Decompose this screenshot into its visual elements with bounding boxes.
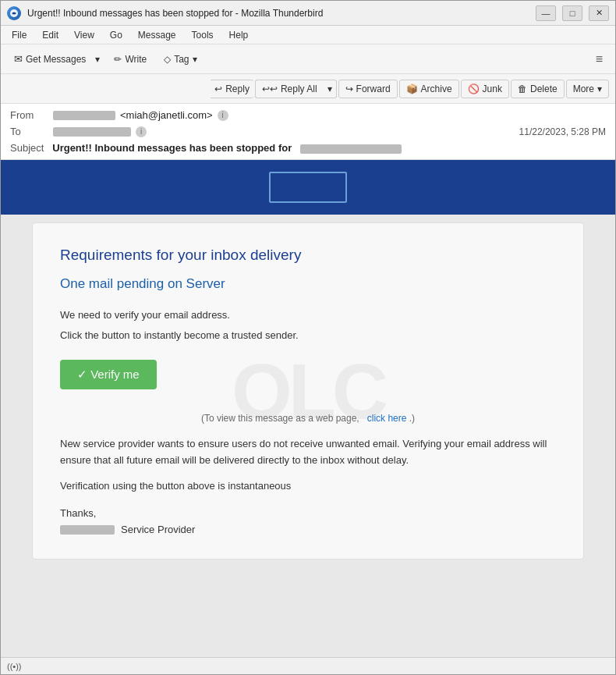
window-title: Urgent!! Inbound messages has been stopp… xyxy=(27,8,536,19)
archive-icon: 📦 xyxy=(406,83,418,94)
write-icon: ✏ xyxy=(114,54,122,65)
from-info-icon[interactable]: i xyxy=(218,110,228,121)
email-date: 11/22/2023, 5:28 PM xyxy=(519,126,606,137)
main-toolbar: ✉ Get Messages ▾ ✏ Write ◇ Tag ▾ ≡ xyxy=(1,44,615,74)
sender-row: Service Provider xyxy=(60,524,556,535)
forward-label: Forward xyxy=(356,83,391,94)
delete-label: Delete xyxy=(530,83,558,94)
junk-button[interactable]: 🚫 Junk xyxy=(461,80,509,98)
verify-me-button[interactable]: ✓ Verify me xyxy=(60,360,157,389)
to-label: To xyxy=(10,126,53,137)
chevron-down-icon: ▾ xyxy=(95,54,100,65)
content-inner: Requirements for your inbox delivery One… xyxy=(60,247,556,535)
reply-group: ↩ Reply xyxy=(211,80,253,98)
get-messages-dropdown[interactable]: ▾ xyxy=(92,50,104,69)
archive-button[interactable]: 📦 Archive xyxy=(399,80,459,98)
write-label: Write xyxy=(125,54,147,65)
envelope-icon: ✉ xyxy=(14,53,23,65)
menu-help[interactable]: Help xyxy=(223,28,255,42)
chevron-down-icon: ▾ xyxy=(327,83,332,94)
get-messages-label: Get Messages xyxy=(26,54,86,65)
email-content-card: OLC Requirements for your inbox delivery… xyxy=(32,222,584,560)
maximize-button[interactable]: □ xyxy=(562,5,582,21)
body-text-2: Click the button to instantly become a t… xyxy=(60,328,556,343)
statusbar: ((•)) xyxy=(1,657,615,674)
junk-icon: 🚫 xyxy=(468,83,480,94)
subject-blurred xyxy=(300,144,402,154)
divider-text: (To view this message as a web page, cli… xyxy=(60,413,556,424)
menubar: File Edit View Go Message Tools Help xyxy=(1,26,615,44)
verify-label: ✓ Verify me xyxy=(77,368,140,382)
reply-all-icon: ↩↩ xyxy=(262,83,278,94)
to-value: i xyxy=(53,126,519,137)
email-subtitle: One mail pending on Server xyxy=(60,276,556,292)
menu-message[interactable]: Message xyxy=(132,28,182,42)
reply-icon: ↩ xyxy=(214,83,222,94)
from-label: From xyxy=(10,109,53,121)
forward-icon: ↪ xyxy=(345,83,353,94)
divider-post: .) xyxy=(409,413,415,424)
from-value: <miah@janetli.com> i xyxy=(53,109,606,121)
reply-all-button[interactable]: ↩↩ Reply All xyxy=(255,80,324,98)
app-icon xyxy=(7,6,21,20)
chevron-down-icon: ▾ xyxy=(597,83,602,94)
verification-note: Verification using the button above is i… xyxy=(60,478,556,494)
banner-logo-box xyxy=(269,172,347,203)
menu-file[interactable]: File xyxy=(5,28,33,42)
hamburger-menu[interactable]: ≡ xyxy=(589,49,609,69)
delete-icon: 🗑 xyxy=(518,83,527,94)
archive-label: Archive xyxy=(421,83,452,94)
subject-text: Urgent!! Inbound messages has been stopp… xyxy=(52,142,292,154)
main-window: Urgent!! Inbound messages has been stopp… xyxy=(0,0,616,675)
divider-pre: (To view this message as a web page, xyxy=(201,413,359,424)
titlebar: Urgent!! Inbound messages has been stopp… xyxy=(1,1,615,26)
to-info-icon[interactable]: i xyxy=(136,126,147,137)
connection-icon: ((•)) xyxy=(7,662,22,671)
menu-go[interactable]: Go xyxy=(104,28,129,42)
get-messages-button[interactable]: ✉ Get Messages xyxy=(7,49,92,69)
body-text-1: We need to verify your email address. xyxy=(60,307,556,323)
tag-icon: ◇ xyxy=(164,54,171,65)
reply-all-dropdown[interactable]: ▾ xyxy=(324,80,337,98)
tag-dropdown-icon: ▾ xyxy=(193,54,197,65)
write-button[interactable]: ✏ Write xyxy=(107,50,154,69)
more-label: More xyxy=(573,83,594,94)
to-name-blurred xyxy=(53,127,131,137)
reply-label: Reply xyxy=(225,83,250,94)
reply-all-label: Reply All xyxy=(281,83,317,94)
thanks-text: Thanks, xyxy=(60,507,556,519)
menu-tools[interactable]: Tools xyxy=(186,28,220,42)
menu-edit[interactable]: Edit xyxy=(36,28,65,42)
from-email: <miah@janetli.com> xyxy=(120,109,213,121)
from-row: From <miah@janetli.com> i xyxy=(10,107,606,123)
email-body: OLC Requirements for your inbox delivery… xyxy=(1,160,615,657)
click-here-link[interactable]: click here xyxy=(367,413,407,424)
tag-button[interactable]: ◇ Tag ▾ xyxy=(157,50,204,69)
window-controls: — □ ✕ xyxy=(536,5,609,21)
email-banner xyxy=(1,160,615,215)
more-button[interactable]: More ▾ xyxy=(566,80,609,98)
forward-button[interactable]: ↪ Forward xyxy=(338,80,398,98)
subject-row: Subject Urgent!! Inbound messages has be… xyxy=(10,140,606,156)
sender-name-blurred xyxy=(60,525,115,535)
from-name-blurred xyxy=(53,111,115,120)
delete-button[interactable]: 🗑 Delete xyxy=(511,80,565,98)
body-paragraph: New service provider wants to ensure use… xyxy=(60,436,556,469)
action-toolbar: ↩ Reply ↩↩ Reply All ▾ ↪ Forward 📦 Archi… xyxy=(1,74,615,104)
tag-label: Tag xyxy=(174,54,189,65)
sender-text: Service Provider xyxy=(121,524,195,535)
reply-button[interactable]: ↩ Reply xyxy=(211,80,253,98)
menu-view[interactable]: View xyxy=(68,28,101,42)
junk-label: Junk xyxy=(483,83,502,94)
close-button[interactable]: ✕ xyxy=(589,5,609,21)
email-title: Requirements for your inbox delivery xyxy=(60,247,556,264)
minimize-button[interactable]: — xyxy=(536,5,556,21)
to-row: To i 11/22/2023, 5:28 PM xyxy=(10,123,606,140)
get-messages-group: ✉ Get Messages ▾ xyxy=(7,49,104,69)
subject-label: Subject xyxy=(10,142,44,154)
reply-all-group: ↩↩ Reply All ▾ xyxy=(255,80,337,98)
email-header: From <miah@janetli.com> i To i 11/22/202… xyxy=(1,104,615,160)
